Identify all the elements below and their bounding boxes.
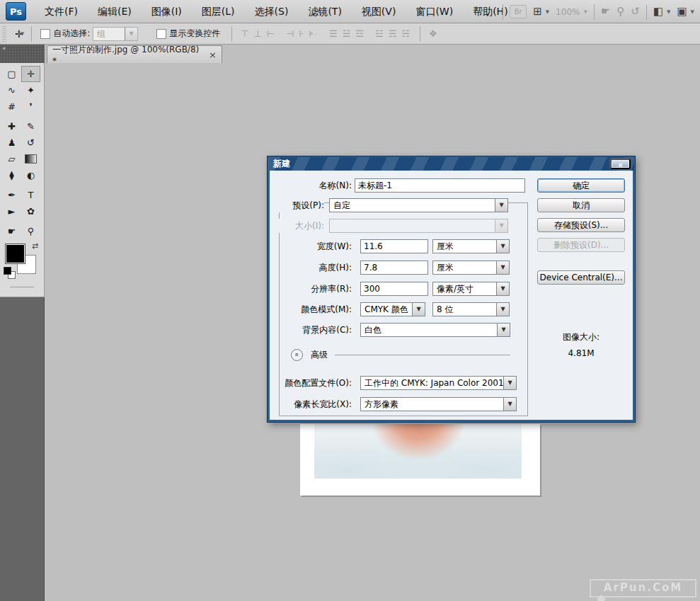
chevron-down-icon[interactable]: ▼ [583,9,587,15]
rotate-view-icon[interactable]: ↺ [631,6,640,17]
distribute-horizontal-centers-icon[interactable]: ☴ [389,29,397,38]
collapse-icon[interactable]: « [2,45,6,52]
screen-mode-icon[interactable]: ▣ [677,6,687,17]
rectangular-marquee-tool[interactable]: ▢ [2,66,21,82]
align-top-edges-icon[interactable]: ⊤ [241,29,248,38]
align-left-edges-icon[interactable]: ⊣ [286,29,294,38]
pixel-aspect-ratio-label: 像素长宽比(X): [270,397,352,411]
zoom-tool[interactable]: ⚲ [21,223,40,239]
dodge-tool[interactable]: ◐ [21,167,40,183]
width-input[interactable] [360,239,428,253]
color-mode-label: 颜色模式(M): [270,302,352,316]
chevron-down-icon[interactable]: ▼ [496,282,509,295]
document-canvas[interactable] [300,424,540,496]
zoom-tool-icon[interactable]: ⚲ [616,6,624,17]
brush-tool[interactable]: ✎ [21,118,40,134]
chevron-down-icon[interactable]: ▼ [691,9,694,15]
distribute-bottom-edges-icon[interactable]: ☲ [355,29,364,38]
resolution-input[interactable] [360,282,428,296]
pen-tool[interactable]: ✒ [2,187,21,203]
menu-item-select[interactable]: 选择(S) [245,0,299,23]
dialog-title-bar[interactable]: 新建 × [268,157,634,171]
view-extras-icon[interactable]: ⊞ [533,6,542,17]
crop-tool[interactable]: # [2,98,21,115]
custom-shape-tool[interactable]: ✿ [21,203,40,219]
name-input[interactable] [355,178,525,193]
chevron-down-icon[interactable]: ▼ [496,240,509,253]
move-tool[interactable]: ✛ [21,66,40,82]
device-central-button[interactable]: Device Central(E)... [537,270,625,285]
panel-collapse-well[interactable]: « [0,45,45,63]
resolution-unit-select[interactable]: 像素/英寸 ▼ [432,282,510,296]
distribute-vertical-centers-icon[interactable]: ☱ [343,29,351,38]
path-selection-tool[interactable]: ► [2,203,21,219]
pixel-aspect-ratio-select[interactable]: 方形像素 ▼ [360,397,517,411]
blur-tool[interactable]: ⧫ [2,167,21,183]
align-bottom-edges-icon[interactable]: ⊢ [267,29,275,38]
menu-item-filter[interactable]: 滤镜(T) [298,0,351,23]
default-colors-icon[interactable] [4,267,15,278]
chevron-down-icon[interactable]: ▼ [495,199,507,212]
ok-button[interactable]: 确定 [537,178,625,193]
menu-item-window[interactable]: 窗口(W) [406,0,463,23]
chevron-down-icon[interactable]: ▼ [503,377,516,389]
type-tool[interactable]: T [21,187,40,203]
color-profile-select[interactable]: 工作中的 CMYK: Japan Color 2001... ▼ [360,376,517,390]
background-contents-select[interactable]: 白色 ▼ [360,323,510,337]
advanced-toggle[interactable]: « [291,349,303,361]
clone-stamp-tool[interactable]: ♟ [2,134,21,151]
cancel-button[interactable]: 取消 [537,198,625,212]
menu-item-edit[interactable]: 编辑(E) [88,0,142,23]
hand-tool[interactable]: ☛ [2,223,21,239]
foreground-color-swatch[interactable] [6,244,25,263]
lasso-tool[interactable]: ∿ [2,82,21,98]
auto-select-target-select[interactable]: 组 ▼ [93,27,138,41]
preset-select[interactable]: 自定 ▼ [329,198,508,212]
chevron-down-icon[interactable]: ▼ [496,261,509,274]
save-preset-button[interactable]: 存储预设(S)... [537,218,625,232]
show-transform-controls-checkbox[interactable] [156,29,166,39]
width-unit-select[interactable]: 厘米 ▼ [432,239,510,253]
menu-item-image[interactable]: 图像(I) [142,0,192,23]
zoom-level-value[interactable]: 100% [556,7,580,17]
healing-brush-tool[interactable]: ✚ [2,118,21,134]
auto-select-checkbox[interactable] [40,29,50,39]
color-mode-value: CMYK 颜色 [365,304,408,314]
options-bar-grip[interactable] [2,26,6,42]
chevron-down-icon[interactable]: ▼ [412,303,425,316]
document-tab[interactable]: 一寸照片的制作.jpg @ 100%(RGB/8) * × [47,45,222,63]
gradient-tool[interactable] [21,151,40,167]
magic-wand-tool[interactable]: ✦ [21,82,40,98]
document-photo[interactable] [314,424,522,479]
chevron-down-icon[interactable]: ▼ [546,9,549,15]
chevron-down-icon[interactable]: ▼ [21,31,24,37]
align-vertical-centers-icon[interactable]: ⊥ [254,29,262,38]
align-horizontal-centers-icon[interactable]: ⊦ [299,29,304,38]
close-icon[interactable]: × [610,159,631,169]
chevron-down-icon[interactable]: ▼ [667,9,670,15]
bit-depth-select[interactable]: 8 位 ▼ [432,302,510,316]
eraser-tool[interactable]: ▱ [2,151,21,167]
arrange-documents-icon[interactable]: ◧ [653,6,663,17]
launch-bridge-button[interactable]: Br [510,5,527,18]
auto-align-layers-icon[interactable]: ❖ [429,29,437,38]
height-unit-select[interactable]: 厘米 ▼ [432,261,510,275]
history-brush-tool[interactable]: ↺ [21,134,40,151]
align-right-edges-icon[interactable]: ⊧ [309,29,314,38]
menu-item-file[interactable]: 文件(F) [35,0,88,23]
chevron-down-icon[interactable]: ▼ [125,28,137,40]
menu-item-view[interactable]: 视图(V) [352,0,406,23]
distribute-top-edges-icon[interactable]: ☰ [329,29,338,38]
swap-colors-icon[interactable]: ⇄ [32,241,38,251]
hand-tool-icon[interactable]: ☛ [601,6,610,17]
height-input[interactable] [360,261,428,275]
distribute-left-edges-icon[interactable]: ☳ [375,29,384,38]
menu-item-layer[interactable]: 图层(L) [192,0,245,23]
distribute-right-edges-icon[interactable]: ☵ [401,29,410,38]
eyedropper-tool[interactable]: ❜ [21,98,40,115]
chevron-down-icon[interactable]: ▼ [503,398,516,411]
color-mode-select[interactable]: CMYK 颜色 ▼ [360,302,425,316]
chevron-down-icon[interactable]: ▼ [496,303,509,316]
chevron-down-icon[interactable]: ▼ [497,324,510,336]
close-icon[interactable]: × [209,50,217,59]
